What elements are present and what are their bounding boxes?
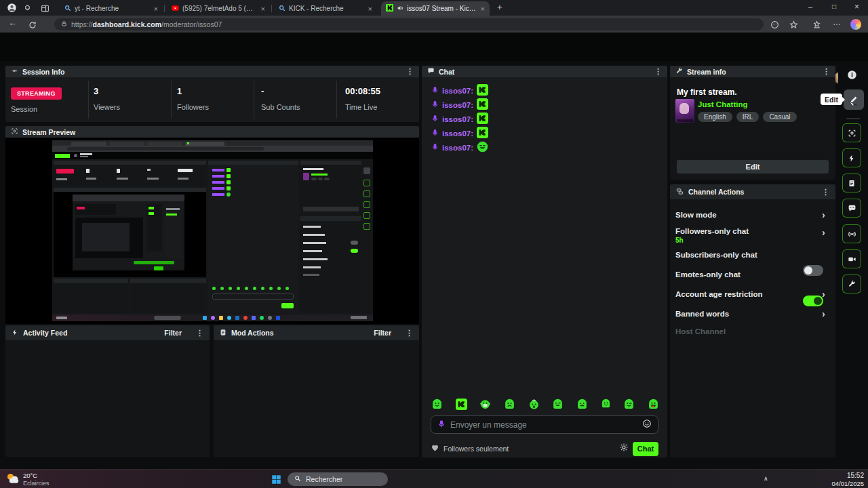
subscribers-only-row[interactable]: Subscribers-only chat (675, 251, 757, 259)
lock-icon (61, 20, 67, 28)
followers-only-row[interactable]: Followers-only chat (675, 227, 749, 235)
window-maximize-button[interactable]: □ (832, 3, 836, 10)
chevron-right-icon[interactable]: › (822, 209, 825, 220)
weather-widget[interactable]: 20°C Eclaircies (5, 472, 50, 488)
stream-info-edit-button[interactable]: Edit (677, 160, 829, 174)
taskbar-search[interactable]: Rechercher (288, 472, 388, 486)
account-age-row[interactable]: Account age restriction (675, 290, 762, 298)
chat-username[interactable]: issos07: (442, 144, 473, 152)
subscribers-only-toggle[interactable] (803, 265, 823, 276)
kick-icon (386, 4, 393, 13)
close-icon[interactable]: × (481, 5, 485, 13)
tab-actions-icon[interactable] (41, 3, 50, 16)
chevron-right-icon[interactable]: › (822, 227, 825, 238)
emote-small-smile[interactable] (601, 399, 611, 413)
emote-shocked[interactable] (528, 399, 540, 413)
workspaces-icon[interactable] (23, 3, 32, 16)
browser-menu-icon[interactable]: … (833, 18, 841, 27)
emote-smile[interactable] (431, 399, 443, 413)
search-icon (294, 475, 301, 483)
chat-username[interactable]: issos07: (442, 101, 473, 109)
toggle-activity-feed-button[interactable] (842, 148, 861, 167)
kebab-menu-icon[interactable]: ⋮ (654, 67, 662, 76)
slow-mode-row[interactable]: Slow mode (675, 211, 717, 219)
toggle-stream-preview-button[interactable] (842, 123, 861, 142)
window-minimize-button[interactable]: – (808, 3, 812, 11)
tray-chevron-up-icon[interactable]: ∧ (764, 475, 768, 482)
filter-button[interactable]: Filter (374, 329, 391, 337)
chat-username[interactable]: issos07: (442, 87, 473, 95)
emote-wink[interactable] (623, 399, 635, 413)
favorite-star-icon[interactable] (789, 20, 798, 32)
emote-laugh[interactable] (552, 399, 564, 413)
chat-message[interactable]: issos07: (431, 84, 488, 97)
followers-value: 1 (177, 86, 182, 96)
chat-username[interactable]: issos07: (442, 129, 473, 138)
chat-settings-gear-icon[interactable] (619, 443, 629, 455)
close-icon[interactable]: × (154, 5, 158, 13)
back-icon[interactable]: ← (8, 18, 17, 28)
tab-yt-recherche[interactable]: yt - Recherche × (60, 1, 163, 16)
chat-message-input[interactable] (450, 420, 637, 430)
toggle-video-button[interactable] (842, 249, 861, 268)
chat-send-button[interactable]: Chat (633, 442, 658, 456)
kebab-menu-icon[interactable]: ⋮ (406, 329, 413, 338)
clock-widget[interactable]: 15:52 04/01/2025 (831, 472, 864, 487)
emote-frown[interactable] (504, 399, 515, 413)
stream-preview-panel: Stream Preview (5, 126, 419, 324)
info-icon[interactable] (847, 70, 857, 83)
collections-icon[interactable] (812, 20, 821, 32)
viewers-value: 3 (94, 86, 98, 96)
toggle-chat-button[interactable] (842, 199, 861, 218)
tab-kick-recherche[interactable]: KICK - Recherche × (274, 1, 377, 16)
emotes-only-toggle[interactable] (803, 296, 823, 306)
toggle-mod-actions-button[interactable] (842, 174, 861, 192)
address-bar[interactable]: https://dashboard.kick.com/moderator/iss… (54, 18, 764, 30)
category-link[interactable]: Just Chatting (698, 100, 747, 108)
panel-title: Activity Feed (23, 329, 67, 337)
new-tab-button[interactable]: + (497, 2, 502, 12)
filter-button[interactable]: Filter (164, 329, 182, 337)
emote-kick[interactable] (456, 399, 467, 413)
category-thumbnail[interactable] (675, 99, 694, 123)
profile-icon[interactable] (7, 3, 17, 16)
banned-words-row[interactable]: Banned words (675, 310, 729, 318)
chevron-right-icon[interactable]: › (822, 308, 825, 319)
emotes-only-row[interactable]: Emotes-only chat (675, 270, 741, 279)
kick-emote (477, 98, 488, 111)
chat-message[interactable]: issos07: (431, 141, 488, 154)
emoji-picker-icon[interactable] (642, 419, 652, 431)
mic-badge-icon (431, 100, 439, 110)
toggle-session-info-button[interactable] (842, 224, 861, 243)
kebab-menu-icon[interactable]: ⋮ (406, 67, 414, 76)
emote-tongue[interactable] (648, 399, 659, 413)
chevron-right-icon[interactable]: › (822, 289, 825, 300)
emote-grin[interactable] (576, 399, 588, 413)
chat-message[interactable]: issos07: (431, 113, 488, 125)
window-close-button[interactable]: × (854, 2, 859, 12)
copilot-icon[interactable] (850, 19, 861, 30)
kebab-menu-icon[interactable]: ⋮ (196, 329, 203, 338)
mod-actions-header: Mod Actions Filter ⋮ (214, 325, 419, 340)
kebab-menu-icon[interactable]: ⋮ (822, 188, 829, 197)
stream-preview-content[interactable] (52, 140, 373, 321)
chat-input-box[interactable] (431, 415, 658, 434)
chat-message[interactable]: issos07: (431, 127, 488, 140)
start-button[interactable] (269, 472, 283, 487)
close-icon[interactable]: × (368, 5, 372, 13)
kebab-menu-icon[interactable]: ⋮ (823, 67, 830, 76)
toggle-stream-info-button[interactable] (842, 274, 861, 293)
split-screen-icon[interactable] (770, 20, 779, 32)
refresh-icon[interactable] (28, 20, 37, 32)
chat-username[interactable]: issos07: (442, 115, 473, 123)
tab-youtube[interactable]: (5925) 7elmetAdo 5 (Official Lyric × (167, 1, 270, 16)
emote-monkey[interactable] (479, 399, 491, 413)
tab-kick-dashboard-active[interactable]: issos07 Stream - Kick Dashb × (381, 1, 490, 16)
chat-message[interactable]: issos07: (431, 98, 488, 111)
search-icon (279, 5, 285, 13)
search-placeholder: Rechercher (306, 475, 342, 483)
tag-pill: Casual (763, 112, 796, 122)
close-icon[interactable]: × (261, 5, 265, 13)
tab-audio-icon[interactable] (397, 5, 403, 13)
followers-only-label: Followers seulement (443, 445, 509, 453)
